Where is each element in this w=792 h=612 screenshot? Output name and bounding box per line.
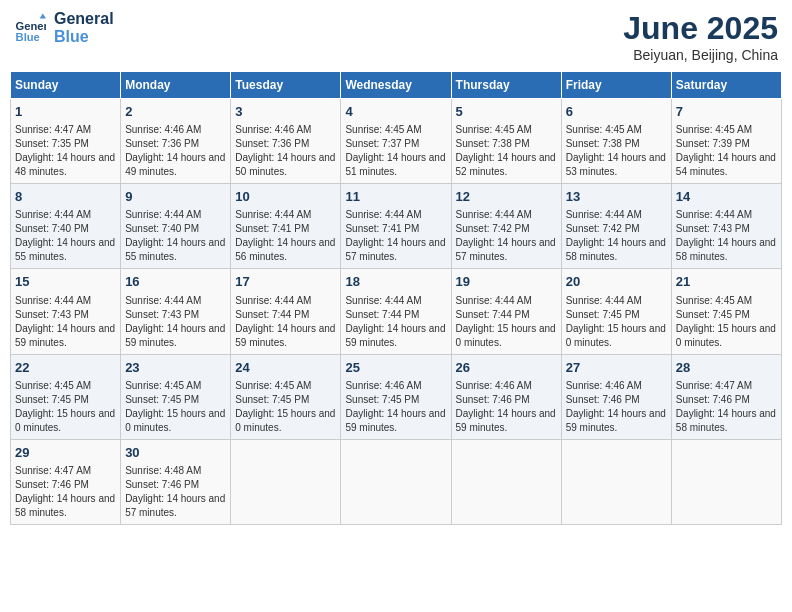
svg-text:Blue: Blue [16, 30, 40, 42]
title-block: June 2025 Beiyuan, Beijing, China [623, 10, 778, 63]
col-saturday: Saturday [671, 72, 781, 99]
day-cell: 22Sunrise: 4:45 AM Sunset: 7:45 PM Dayli… [11, 354, 121, 439]
header-row: Sunday Monday Tuesday Wednesday Thursday… [11, 72, 782, 99]
day-cell: 3Sunrise: 4:46 AM Sunset: 7:36 PM Daylig… [231, 99, 341, 184]
day-cell [671, 439, 781, 524]
day-cell [561, 439, 671, 524]
day-cell [341, 439, 451, 524]
col-sunday: Sunday [11, 72, 121, 99]
day-cell: 16Sunrise: 4:44 AM Sunset: 7:43 PM Dayli… [121, 269, 231, 354]
day-cell: 11Sunrise: 4:44 AM Sunset: 7:41 PM Dayli… [341, 184, 451, 269]
day-cell: 18Sunrise: 4:44 AM Sunset: 7:44 PM Dayli… [341, 269, 451, 354]
day-cell: 23Sunrise: 4:45 AM Sunset: 7:45 PM Dayli… [121, 354, 231, 439]
day-cell: 9Sunrise: 4:44 AM Sunset: 7:40 PM Daylig… [121, 184, 231, 269]
day-cell: 24Sunrise: 4:45 AM Sunset: 7:45 PM Dayli… [231, 354, 341, 439]
day-cell [231, 439, 341, 524]
day-cell: 25Sunrise: 4:46 AM Sunset: 7:45 PM Dayli… [341, 354, 451, 439]
day-cell: 15Sunrise: 4:44 AM Sunset: 7:43 PM Dayli… [11, 269, 121, 354]
day-cell: 10Sunrise: 4:44 AM Sunset: 7:41 PM Dayli… [231, 184, 341, 269]
logo-general: General [54, 10, 114, 28]
svg-text:General: General [16, 19, 46, 31]
day-cell: 2Sunrise: 4:46 AM Sunset: 7:36 PM Daylig… [121, 99, 231, 184]
day-cell: 27Sunrise: 4:46 AM Sunset: 7:46 PM Dayli… [561, 354, 671, 439]
day-cell [451, 439, 561, 524]
day-cell: 14Sunrise: 4:44 AM Sunset: 7:43 PM Dayli… [671, 184, 781, 269]
col-friday: Friday [561, 72, 671, 99]
day-cell: 20Sunrise: 4:44 AM Sunset: 7:45 PM Dayli… [561, 269, 671, 354]
logo-icon: General Blue [14, 12, 46, 44]
col-wednesday: Wednesday [341, 72, 451, 99]
day-cell: 1Sunrise: 4:47 AM Sunset: 7:35 PM Daylig… [11, 99, 121, 184]
day-cell: 7Sunrise: 4:45 AM Sunset: 7:39 PM Daylig… [671, 99, 781, 184]
day-cell: 5Sunrise: 4:45 AM Sunset: 7:38 PM Daylig… [451, 99, 561, 184]
location: Beiyuan, Beijing, China [623, 47, 778, 63]
page-header: General Blue General Blue June 2025 Beiy… [10, 10, 782, 63]
day-cell: 8Sunrise: 4:44 AM Sunset: 7:40 PM Daylig… [11, 184, 121, 269]
day-cell: 21Sunrise: 4:45 AM Sunset: 7:45 PM Dayli… [671, 269, 781, 354]
day-cell: 6Sunrise: 4:45 AM Sunset: 7:38 PM Daylig… [561, 99, 671, 184]
day-cell: 26Sunrise: 4:46 AM Sunset: 7:46 PM Dayli… [451, 354, 561, 439]
svg-marker-2 [40, 13, 46, 18]
month-title: June 2025 [623, 10, 778, 47]
day-cell: 19Sunrise: 4:44 AM Sunset: 7:44 PM Dayli… [451, 269, 561, 354]
col-tuesday: Tuesday [231, 72, 341, 99]
day-cell: 28Sunrise: 4:47 AM Sunset: 7:46 PM Dayli… [671, 354, 781, 439]
day-cell: 13Sunrise: 4:44 AM Sunset: 7:42 PM Dayli… [561, 184, 671, 269]
day-cell: 4Sunrise: 4:45 AM Sunset: 7:37 PM Daylig… [341, 99, 451, 184]
col-monday: Monday [121, 72, 231, 99]
day-cell: 29Sunrise: 4:47 AM Sunset: 7:46 PM Dayli… [11, 439, 121, 524]
day-cell: 12Sunrise: 4:44 AM Sunset: 7:42 PM Dayli… [451, 184, 561, 269]
day-cell: 17Sunrise: 4:44 AM Sunset: 7:44 PM Dayli… [231, 269, 341, 354]
logo: General Blue General Blue [14, 10, 114, 45]
calendar-table: Sunday Monday Tuesday Wednesday Thursday… [10, 71, 782, 525]
logo-blue: Blue [54, 28, 114, 46]
day-cell: 30Sunrise: 4:48 AM Sunset: 7:46 PM Dayli… [121, 439, 231, 524]
col-thursday: Thursday [451, 72, 561, 99]
